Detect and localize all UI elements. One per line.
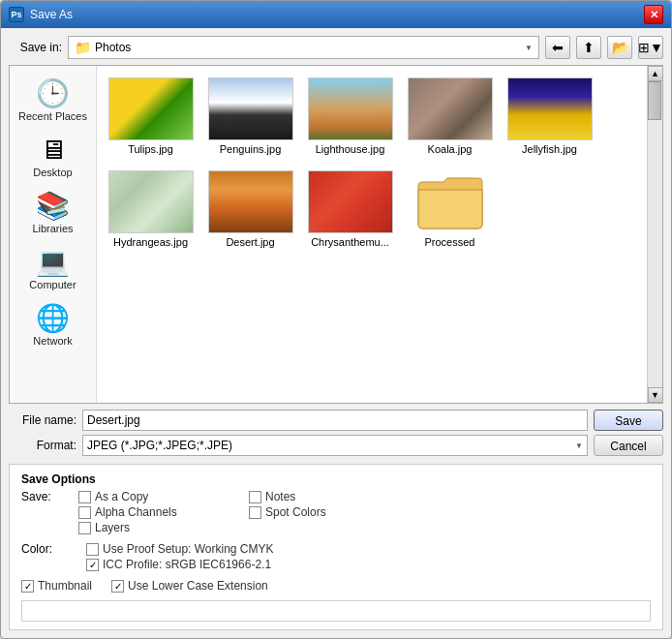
file-name-penguins: Penguins.jpg: [220, 143, 282, 155]
alpha-channels-checkbox[interactable]: [78, 506, 91, 519]
notes-label: Notes: [265, 490, 295, 503]
new-folder-button[interactable]: 📂: [607, 36, 632, 59]
sidebar-label-network: Network: [33, 335, 72, 347]
chevron-down-icon: ▼: [525, 44, 533, 52]
sidebar-label-libraries: Libraries: [32, 223, 73, 234]
up-folder-button[interactable]: ⬆: [576, 36, 601, 59]
format-value: JPEG (*.JPG;*.JPEG;*.JPE): [87, 439, 232, 452]
icc-profile-checkbox[interactable]: [86, 559, 99, 571]
save-options-save-label: Save:: [21, 490, 75, 538]
filename-form-row: File name:: [9, 410, 588, 431]
lowercase-label: Use Lower Case Extension: [128, 579, 268, 593]
proof-setup-checkbox[interactable]: [86, 543, 99, 556]
as-copy-label: As a Copy: [95, 490, 148, 503]
file-thumb-jellyfish: [507, 77, 593, 140]
file-thumb-tulips: [108, 77, 194, 140]
alpha-channels-label: Alpha Channels: [95, 505, 177, 519]
icc-profile-row: ICC Profile: sRGB IEC61966-2.1: [86, 558, 274, 571]
file-item-tulips[interactable]: Tulips.jpg: [105, 74, 197, 159]
recent-places-icon: 🕒: [34, 77, 73, 108]
file-name-koala: Koala.jpg: [428, 143, 473, 155]
spot-colors-label: Spot Colors: [265, 505, 326, 519]
file-name-desert: Desert.jpg: [226, 236, 274, 248]
file-item-koala[interactable]: Koala.jpg: [404, 74, 496, 159]
sidebar-item-network[interactable]: 🌐 Network: [15, 298, 92, 350]
format-chevron-icon: ▼: [575, 441, 583, 450]
filename-input[interactable]: [82, 410, 588, 431]
file-item-lighthouse[interactable]: Lighthouse.jpg: [304, 74, 396, 159]
file-item-jellyfish[interactable]: Jellyfish.jpg: [504, 74, 596, 159]
title-bar-left: Ps Save As: [9, 7, 73, 22]
file-item-desert[interactable]: Desert.jpg: [204, 167, 296, 252]
icc-profile-label: ICC Profile: sRGB IEC61966-2.1: [103, 558, 271, 571]
layers-checkbox[interactable]: [78, 522, 91, 534]
cancel-button[interactable]: Cancel: [594, 435, 663, 456]
file-thumb-chrysanthemum: [308, 170, 393, 233]
layers-row: Layers: [78, 521, 233, 534]
file-name-hydrangeas: Hydrangeas.jpg: [113, 236, 188, 248]
file-item-chrysanthemum[interactable]: Chrysanthemu...: [304, 167, 396, 252]
file-grid: Tulips.jpg Penguins.jpg Lighthouse.jpg K…: [97, 66, 647, 403]
sidebar-item-desktop[interactable]: 🖥 Desktop: [15, 130, 92, 182]
layers-label: Layers: [95, 521, 130, 534]
lowercase-checkbox[interactable]: [111, 580, 124, 593]
scrollbar-thumb[interactable]: [648, 81, 661, 120]
dialog-body: Save in: 📁 Photos ▼ ⬅ ⬆ 📂 ⊞▼ 🕒 Recent Pl…: [1, 28, 671, 638]
folder-img-processed: [412, 170, 489, 233]
network-icon: 🌐: [34, 302, 73, 333]
savein-combo[interactable]: 📁 Photos ▼: [68, 36, 539, 59]
spot-colors-row: Spot Colors: [249, 505, 404, 519]
filename-label: File name:: [9, 413, 76, 427]
thumbnail-checkbox[interactable]: [21, 580, 34, 593]
file-name-chrysanthemum: Chrysanthemu...: [311, 236, 389, 248]
scrollbar: ▲ ▼: [647, 66, 662, 403]
file-name-lighthouse: Lighthouse.jpg: [316, 143, 385, 155]
save-options-panel: Save Options Save: As a Copy Notes: [9, 464, 663, 630]
spot-colors-checkbox[interactable]: [249, 506, 261, 519]
save-as-dialog: Ps Save As ✕ Save in: 📁 Photos ▼ ⬅ ⬆ 📂 ⊞…: [0, 0, 672, 639]
back-button[interactable]: ⬅: [545, 36, 570, 59]
sidebar-item-libraries[interactable]: 📚 Libraries: [15, 186, 92, 238]
file-item-penguins[interactable]: Penguins.jpg: [204, 74, 296, 159]
sidebar-label-recent-places: Recent Places: [18, 110, 87, 122]
file-thumb-penguins: [208, 77, 293, 140]
folder-name-processed: Processed: [425, 236, 475, 248]
filename-row: File name: Format: JPEG (*.JPG;*.JPEG;*.…: [9, 410, 663, 456]
alpha-channels-row: Alpha Channels: [78, 505, 233, 519]
file-name-tulips: Tulips.jpg: [128, 143, 173, 155]
folder-icon-processed: [416, 174, 484, 230]
sidebar-label-desktop: Desktop: [33, 167, 72, 178]
sidebar-label-computer: Computer: [29, 279, 76, 290]
file-thumb-desert: [208, 170, 293, 233]
scrollbar-track[interactable]: [648, 81, 662, 387]
savein-label: Save in:: [9, 41, 62, 54]
sidebar-item-recent-places[interactable]: 🕒 Recent Places: [15, 74, 92, 126]
thumbnail-label: Thumbnail: [38, 579, 92, 593]
folder-item-processed[interactable]: Processed: [404, 167, 496, 252]
save-options-title: Save Options: [21, 472, 651, 486]
as-copy-checkbox[interactable]: [78, 491, 91, 503]
file-thumb-hydrangeas: [108, 170, 194, 233]
sidebar-item-computer[interactable]: 💻 Computer: [15, 242, 92, 294]
file-item-hydrangeas[interactable]: Hydrangeas.jpg: [105, 167, 197, 252]
color-section: Color: Use Proof Setup: Working CMYK ICC…: [21, 542, 651, 571]
notes-textarea[interactable]: [21, 600, 651, 622]
options-grid: As a Copy Notes Alpha Channels Spot: [78, 490, 651, 534]
app-icon: Ps: [9, 7, 24, 22]
format-form-row: Format: JPEG (*.JPG;*.JPEG;*.JPE) ▼: [9, 435, 588, 456]
save-button[interactable]: Save: [594, 410, 663, 431]
title-bar: Ps Save As ✕: [1, 1, 671, 28]
notes-row: Notes: [249, 490, 404, 503]
notes-checkbox[interactable]: [249, 491, 261, 503]
view-toggle-button[interactable]: ⊞▼: [638, 36, 663, 59]
bottom-options-row: Thumbnail Use Lower Case Extension: [21, 575, 651, 596]
savein-row: Save in: 📁 Photos ▼ ⬅ ⬆ 📂 ⊞▼: [9, 36, 663, 59]
file-grid-wrapper: Tulips.jpg Penguins.jpg Lighthouse.jpg K…: [97, 66, 662, 403]
close-button[interactable]: ✕: [644, 5, 663, 24]
action-buttons: Save Cancel: [594, 410, 663, 456]
dialog-title: Save As: [30, 8, 73, 21]
scroll-up-button[interactable]: ▲: [648, 66, 663, 81]
format-select[interactable]: JPEG (*.JPG;*.JPEG;*.JPE) ▼: [82, 435, 588, 456]
file-thumb-lighthouse: [308, 77, 393, 140]
scroll-down-button[interactable]: ▼: [648, 387, 663, 403]
